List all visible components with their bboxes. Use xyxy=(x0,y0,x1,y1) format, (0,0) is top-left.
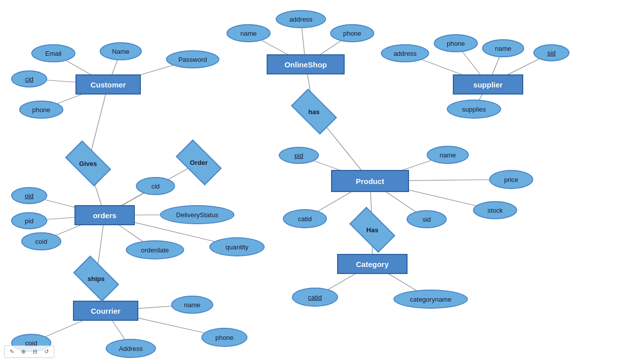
attr-attr_orderdate: orderdate xyxy=(126,240,184,259)
entity-category: Category xyxy=(337,254,408,274)
attr-attr_name_onlineshop: name xyxy=(226,24,271,42)
attr-attr_deliverystatus: DeliveryStatus xyxy=(160,205,234,224)
toolbar-undo[interactable]: ↺ xyxy=(42,347,51,356)
attr-attr_sid_supplier: sid xyxy=(533,44,570,61)
toolbar: ✎ ⊕ ⊟ ↺ xyxy=(4,345,54,358)
attr-attr_cid: cid xyxy=(11,70,47,87)
attr-attr_name_supplier: name xyxy=(482,39,524,57)
toolbar-add[interactable]: ⊕ xyxy=(19,347,28,356)
attr-attr_address_supplier: address xyxy=(381,44,429,62)
attr-attr_name_customer: Name xyxy=(100,42,142,60)
attr-attr_phone_supplier: phone xyxy=(434,34,478,52)
attr-attr_pid_orders: pid xyxy=(11,212,47,229)
rel-rel_gives: Gives xyxy=(65,150,111,177)
attr-attr_name_courrier: name xyxy=(171,296,213,314)
attr-attr_cid_orders: cid xyxy=(136,177,175,195)
attr-attr_categoryname: categoryname xyxy=(393,290,468,309)
entity-supplier: supplier xyxy=(453,74,523,95)
attr-attr_catid_cat: catid xyxy=(292,288,338,307)
attr-attr_phone_customer: phone xyxy=(19,101,63,119)
attr-attr_phone_onlineshop: phone xyxy=(330,24,374,42)
attr-attr_supplies: supplies xyxy=(447,100,501,119)
rel-rel_order: Order xyxy=(176,149,221,176)
attr-attr_pid: pid xyxy=(279,147,319,164)
rel-rel_has: has xyxy=(292,98,336,125)
attr-attr_catid_product: catid xyxy=(283,209,327,228)
attr-attr_price: price xyxy=(489,170,533,189)
toolbar-edit[interactable]: ✎ xyxy=(8,347,16,356)
attr-attr_coid_orders: coid xyxy=(21,232,61,250)
diagram-canvas: OnlineShopCustomersupplierProductordersC… xyxy=(0,0,644,362)
attr-attr_address_top: address xyxy=(276,10,326,28)
attr-attr_quantity: quantity xyxy=(209,237,265,256)
attr-attr_password: Password xyxy=(166,50,219,68)
attr-attr_oid: oid xyxy=(11,187,47,204)
attr-attr_name_product: name xyxy=(427,146,469,164)
entity-customer: Customer xyxy=(75,74,141,95)
attr-attr_email: Email xyxy=(31,44,75,62)
attr-attr_sid_product: sid xyxy=(407,210,447,228)
entity-orders: orders xyxy=(74,205,135,225)
entity-onlineshop: OnlineShop xyxy=(267,54,345,74)
toolbar-remove[interactable]: ⊟ xyxy=(31,347,39,356)
entity-product: Product xyxy=(331,170,409,192)
attr-attr_stock: stock xyxy=(473,201,517,219)
rel-rel_ships: ships xyxy=(74,265,118,292)
attr-attr_address_courrier: Address xyxy=(106,339,156,358)
rel-rel_has2: Has xyxy=(352,217,392,242)
attr-attr_phone_courrier: phone xyxy=(201,328,248,347)
entity-courrier: Courrier xyxy=(73,301,138,321)
